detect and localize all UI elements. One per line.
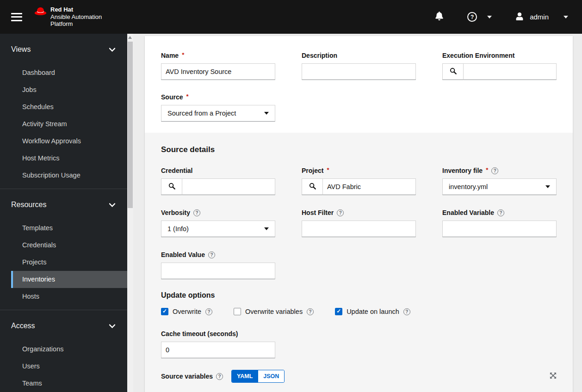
project-search-button[interactable] — [302, 178, 323, 195]
credential-label: Credential — [161, 167, 275, 174]
source-field-group: Source * Sourced from a Project — [161, 93, 275, 122]
scrollbar-up-arrow-icon[interactable] — [128, 36, 132, 39]
sidebar-section-resources-header[interactable]: Resources — [0, 196, 127, 214]
cache-timeout-label: Cache timeout (seconds) — [161, 330, 275, 337]
sidebar-item-inventories[interactable]: Inventories — [11, 271, 127, 288]
cache-timeout-input[interactable] — [161, 342, 275, 358]
form-top-section: Name * Description Execution Environ — [145, 36, 573, 133]
brand-line2: Ansible Automation — [50, 13, 102, 21]
sidebar-item-teams[interactable]: Teams — [11, 375, 127, 392]
sidebar-item-templates[interactable]: Templates — [11, 220, 127, 237]
update-on-launch-checkbox[interactable] — [335, 308, 342, 315]
sidebar-item-host-metrics[interactable]: Host Metrics — [11, 150, 127, 167]
verbosity-label: Verbosity ? — [161, 209, 275, 216]
caret-down-icon — [487, 16, 492, 18]
sidebar-section-views-header[interactable]: Views — [0, 40, 127, 59]
sidebar-item-activity-stream[interactable]: Activity Stream — [11, 116, 127, 133]
bell-icon — [435, 12, 443, 22]
project-input[interactable] — [323, 178, 416, 195]
inventory-source-form-card: Name * Description Execution Environ — [145, 36, 573, 392]
host-filter-input[interactable] — [302, 220, 416, 237]
source-variables-mode-toggle: YAML JSON — [231, 370, 285, 383]
sidebar-scrollbar-track[interactable] — [127, 34, 133, 392]
source-details-title: Source details — [161, 145, 557, 154]
section-label: Access — [11, 322, 35, 330]
sidebar-item-jobs[interactable]: Jobs — [11, 81, 127, 98]
credential-field-group: Credential — [161, 167, 275, 195]
expand-editor-button[interactable] — [550, 372, 557, 381]
nav-toggle-menu-icon[interactable] — [11, 13, 22, 21]
description-input[interactable] — [302, 63, 416, 80]
scrollbar-thumb[interactable] — [128, 42, 133, 208]
caret-down-icon — [264, 227, 269, 230]
help-icon[interactable]: ? — [337, 209, 344, 216]
enabled-value-field-group: Enabled Value ? — [161, 251, 275, 279]
sidebar-item-organizations[interactable]: Organizations — [11, 341, 127, 358]
sidebar-views-list: Dashboard Jobs Schedules Activity Stream… — [0, 64, 127, 189]
enabled-variable-label: Enabled Variable ? — [442, 209, 557, 216]
sidebar-item-dashboard[interactable]: Dashboard — [11, 64, 127, 81]
help-icon[interactable]: ? — [216, 373, 223, 380]
sidebar-item-hosts[interactable]: Hosts — [11, 288, 127, 305]
username-label: admin — [530, 13, 549, 21]
credential-input[interactable] — [182, 178, 275, 195]
source-select[interactable]: Sourced from a Project — [161, 105, 275, 122]
required-asterisk: * — [327, 166, 329, 173]
question-circle-icon: ? — [467, 12, 477, 22]
notifications-button[interactable] — [435, 12, 443, 22]
enabled-variable-input[interactable] — [442, 220, 557, 237]
sidebar-item-credentials[interactable]: Credentials — [11, 237, 127, 254]
description-field-group: Description — [302, 52, 416, 80]
enabled-value-label: Enabled Value ? — [161, 251, 275, 258]
sidebar: Views Dashboard Jobs Schedules Activity … — [0, 34, 127, 392]
sidebar-item-schedules[interactable]: Schedules — [11, 98, 127, 116]
overwrite-checkbox[interactable] — [161, 308, 168, 315]
navbar-right: ? admin — [435, 12, 568, 22]
sidebar-item-workflow-approvals[interactable]: Workflow Approvals — [11, 133, 127, 150]
help-icon[interactable]: ? — [205, 308, 212, 315]
sidebar-item-projects[interactable]: Projects — [11, 254, 127, 271]
yaml-toggle-button[interactable]: YAML — [232, 370, 258, 382]
help-icon[interactable]: ? — [491, 167, 498, 174]
json-toggle-button[interactable]: JSON — [258, 370, 284, 382]
sidebar-section-resources: Resources Templates Credentials Projects… — [0, 189, 127, 310]
name-input[interactable] — [161, 63, 275, 80]
sidebar-section-access-header[interactable]: Access — [0, 317, 127, 335]
credential-search-button[interactable] — [161, 178, 182, 195]
caret-down-icon — [264, 112, 269, 115]
execution-environment-search-button[interactable] — [442, 63, 464, 80]
overwrite-variables-checkbox[interactable] — [234, 308, 241, 315]
help-icon[interactable]: ? — [193, 209, 200, 216]
update-options-title: Update options — [161, 291, 557, 300]
host-filter-field-group: Host Filter ? — [302, 209, 416, 237]
help-icon[interactable]: ? — [208, 251, 215, 258]
chevron-down-icon — [109, 203, 115, 207]
sidebar-item-subscription-usage[interactable]: Subscription Usage — [11, 167, 127, 184]
inventory-file-field-group: Inventory file * ? inventory.yml — [442, 167, 557, 195]
enabled-variable-field-group: Enabled Variable ? — [442, 209, 557, 237]
update-on-launch-option[interactable]: Update on launch ? — [335, 308, 410, 315]
user-menu-button[interactable]: admin — [516, 12, 568, 22]
brand-line1: Red Hat — [50, 6, 102, 13]
enabled-value-input[interactable] — [161, 263, 275, 279]
cache-timeout-field-group: Cache timeout (seconds) — [161, 330, 275, 358]
section-label: Resources — [11, 201, 46, 209]
execution-environment-input[interactable] — [464, 63, 557, 80]
help-icon[interactable]: ? — [497, 209, 504, 216]
inventory-file-select[interactable]: inventory.yml — [442, 178, 557, 195]
verbosity-select[interactable]: 1 (Info) — [161, 220, 275, 237]
expand-arrows-icon — [550, 372, 557, 381]
overwrite-option[interactable]: Overwrite ? — [161, 308, 212, 315]
page: Red Hat Ansible Automation Platform ? — [0, 0, 582, 392]
sidebar-item-users[interactable]: Users — [11, 358, 127, 375]
help-icon[interactable]: ? — [307, 308, 314, 315]
sidebar-resources-list: Templates Credentials Projects Inventori… — [0, 220, 127, 310]
help-menu-button[interactable]: ? — [467, 12, 492, 22]
sidebar-section-access: Access Organizations Users Teams — [0, 310, 127, 392]
main-content: Name * Description Execution Environ — [133, 34, 582, 392]
host-filter-label: Host Filter ? — [302, 209, 416, 216]
overwrite-variables-option[interactable]: Overwrite variables ? — [234, 308, 314, 315]
help-icon[interactable]: ? — [403, 308, 410, 315]
execution-environment-label: Execution Environment — [442, 52, 557, 59]
user-icon — [516, 12, 523, 22]
